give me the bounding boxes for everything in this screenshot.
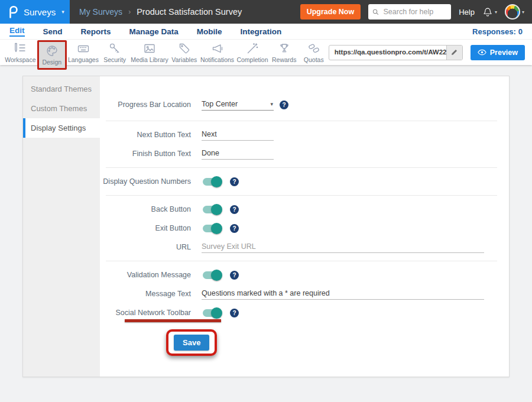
preview-label: Preview bbox=[490, 48, 518, 57]
responses-count: Responses: 0 bbox=[472, 27, 532, 36]
tool-label: Languages bbox=[68, 56, 99, 63]
help-search[interactable] bbox=[368, 4, 451, 20]
tab-reports[interactable]: Reports bbox=[81, 27, 111, 36]
key-icon bbox=[108, 41, 122, 56]
setting-row-display-question-numbers: Display Question Numbers ? bbox=[100, 172, 497, 191]
tab-send[interactable]: Send bbox=[43, 27, 63, 36]
toggle-knob bbox=[211, 176, 222, 187]
tool-label: Rewards bbox=[272, 56, 296, 63]
preview-button[interactable]: Preview bbox=[471, 45, 525, 60]
top-header: Surveys ▾ My Surveys › Product Satisfact… bbox=[0, 0, 532, 24]
header-actions: Upgrade Now Help ▾ ▾ bbox=[300, 4, 532, 20]
social-network-toolbar-toggle[interactable] bbox=[203, 309, 220, 317]
validation-message-toggle[interactable] bbox=[203, 271, 220, 279]
chevron-down-icon: ▾ bbox=[495, 9, 497, 15]
trophy-icon bbox=[277, 41, 291, 56]
next-button-text-label: Next Button Text bbox=[100, 131, 191, 139]
setting-row-social-network-toolbar: Social Network Toolbar ? bbox=[100, 303, 497, 322]
setting-row-finish-button-text: Finish Button Text bbox=[100, 144, 497, 163]
help-icon[interactable]: ? bbox=[230, 309, 239, 317]
exit-button-toggle[interactable] bbox=[203, 225, 220, 232]
edit-toolbar: Workspace Design Languages Security Medi… bbox=[0, 39, 532, 65]
tool-notifications[interactable]: Notifications bbox=[199, 40, 235, 65]
image-icon bbox=[142, 41, 157, 56]
section-divider bbox=[106, 195, 497, 196]
help-icon[interactable]: ? bbox=[280, 100, 288, 109]
toggle-knob bbox=[211, 270, 222, 281]
help-icon[interactable]: ? bbox=[230, 271, 239, 280]
responses-value: 0 bbox=[518, 27, 523, 36]
tool-security[interactable]: Security bbox=[100, 40, 129, 65]
responses-label: Responses: bbox=[472, 27, 516, 36]
tool-label: Variables bbox=[171, 56, 197, 63]
tool-quotas[interactable]: Quotas bbox=[299, 40, 329, 65]
help-icon[interactable]: ? bbox=[230, 224, 239, 233]
questionpro-logo bbox=[8, 5, 18, 18]
help-icon[interactable]: ? bbox=[230, 205, 239, 214]
chevron-down-icon: ▾ bbox=[270, 101, 273, 107]
pencil-icon bbox=[450, 48, 458, 56]
setting-row-validation-message: Validation Message ? bbox=[100, 265, 497, 284]
design-settings-card: Standard Themes Custom Themes Display Se… bbox=[22, 76, 510, 377]
page-title: Product Satisfaction Survey bbox=[137, 7, 242, 17]
tool-workspace[interactable]: Workspace bbox=[4, 40, 37, 65]
save-button[interactable]: Save bbox=[174, 335, 209, 351]
tab-integration[interactable]: Integration bbox=[241, 27, 282, 36]
notifications-menu[interactable]: ▾ bbox=[482, 7, 497, 18]
sidebar-item-custom-themes[interactable]: Custom Themes bbox=[23, 99, 100, 118]
tag-icon bbox=[177, 41, 192, 56]
finish-button-text-input[interactable] bbox=[202, 148, 274, 160]
chevron-down-icon: ▾ bbox=[61, 9, 64, 15]
back-button-toggle[interactable] bbox=[203, 206, 220, 213]
tool-design[interactable]: Design bbox=[37, 40, 67, 70]
next-button-text-input[interactable] bbox=[202, 129, 274, 141]
toggle-knob bbox=[211, 223, 222, 234]
bell-icon bbox=[482, 7, 493, 18]
tool-rewards[interactable]: Rewards bbox=[270, 40, 299, 65]
setting-row-next-button-text: Next Button Text bbox=[100, 125, 497, 144]
help-search-input[interactable] bbox=[382, 7, 447, 17]
tool-languages[interactable]: Languages bbox=[67, 40, 100, 65]
toggle-knob bbox=[211, 204, 222, 215]
tool-label: Notifications bbox=[200, 56, 234, 63]
finish-button-text-label: Finish Button Text bbox=[100, 150, 191, 158]
validation-message-label: Validation Message bbox=[100, 271, 191, 279]
setting-row-exit-button: Exit Button ? bbox=[100, 219, 497, 238]
exit-url-input[interactable] bbox=[202, 241, 484, 253]
upgrade-now-button[interactable]: Upgrade Now bbox=[300, 4, 361, 20]
sidebar-item-standard-themes[interactable]: Standard Themes bbox=[23, 79, 100, 99]
toolbar-right: https://qa.questionpro.com/t/AW22Zcq2J P… bbox=[329, 45, 532, 60]
tab-manage-data[interactable]: Manage Data bbox=[129, 27, 179, 36]
magic-wand-icon bbox=[245, 41, 259, 56]
surveys-menu-label: Surveys bbox=[24, 7, 56, 17]
survey-url[interactable]: https://qa.questionpro.com/t/AW22Zcq2J bbox=[329, 46, 446, 60]
annotation-save-highlight: Save bbox=[166, 329, 217, 356]
palette-icon bbox=[45, 44, 59, 58]
tool-media-library[interactable]: Media Library bbox=[129, 40, 170, 65]
tool-variables[interactable]: Variables bbox=[170, 40, 199, 65]
help-link[interactable]: Help bbox=[459, 8, 475, 17]
progress-bar-location-label: Progress Bar Location bbox=[100, 100, 191, 109]
sidebar-item-display-settings[interactable]: Display Settings bbox=[23, 118, 100, 138]
display-question-numbers-toggle[interactable] bbox=[203, 178, 220, 186]
message-text-label: Message Text bbox=[100, 290, 191, 298]
tool-completion[interactable]: Completion bbox=[235, 40, 270, 65]
tool-label: Media Library bbox=[131, 56, 168, 63]
setting-row-progress-bar-location: Progress Bar Location Top Center ▾ ? bbox=[100, 93, 497, 116]
breadcrumb-my-surveys[interactable]: My Surveys bbox=[79, 7, 122, 17]
progress-bar-location-select[interactable]: Top Center ▾ bbox=[202, 99, 274, 111]
display-settings-form: Progress Bar Location Top Center ▾ ? Nex… bbox=[100, 76, 509, 377]
design-sidebar: Standard Themes Custom Themes Display Se… bbox=[23, 76, 100, 377]
tab-mobile[interactable]: Mobile bbox=[197, 27, 222, 36]
tab-edit[interactable]: Edit bbox=[9, 26, 25, 37]
sidebar-item-label: Standard Themes bbox=[31, 85, 92, 93]
account-menu[interactable]: ▾ bbox=[505, 4, 524, 20]
product-switcher[interactable]: Surveys ▾ bbox=[0, 0, 70, 24]
edit-url-button[interactable] bbox=[446, 46, 462, 60]
survey-url-box: https://qa.questionpro.com/t/AW22Zcq2J bbox=[329, 45, 463, 60]
sidebar-item-label: Custom Themes bbox=[31, 104, 87, 113]
message-text-input[interactable] bbox=[202, 288, 484, 300]
help-icon[interactable]: ? bbox=[230, 177, 239, 186]
workspace-icon bbox=[13, 41, 27, 56]
tool-label: Security bbox=[103, 56, 126, 63]
